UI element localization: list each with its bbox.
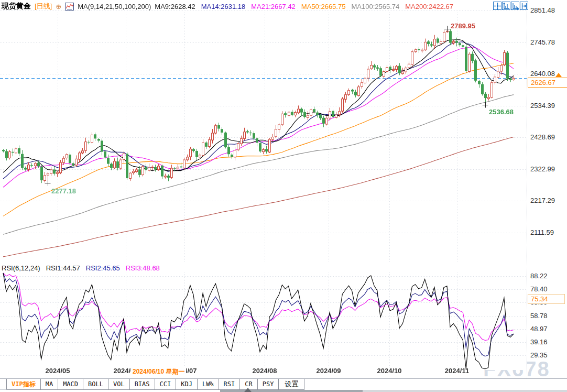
indicator-tab-bias[interactable]: BIAS <box>130 379 155 390</box>
rsi-header: RSI(6,12,24) RSI1:44.57RSI2:45.65RSI3:48… <box>2 264 166 272</box>
crosshair-icon[interactable] <box>493 2 501 10</box>
low-price-label-nov: 2536.68 <box>489 108 514 116</box>
rsi-axis-label: 78.40 <box>530 285 548 293</box>
rsi-value-label: RSI2:45.65 <box>86 264 120 272</box>
indicator-tab-cci[interactable]: CCI <box>155 379 177 390</box>
indicator-tab-kdj[interactable]: KDJ <box>176 379 198 390</box>
rsi-axis-label: 58.78 <box>530 312 548 320</box>
toolbar-lead-cell <box>0 379 7 390</box>
price-axis-label: 2111.59 <box>530 228 554 236</box>
rsi-axis-label: 39.16 <box>530 338 548 346</box>
indicator-tab-macd[interactable]: MACD <box>58 379 83 390</box>
date-axis-label: 2024/10 <box>377 367 402 375</box>
price-axis-label: 2640.08 <box>530 70 555 78</box>
axis-zoom-out-icon[interactable] <box>511 2 519 10</box>
price-axis-label: 2428.69 <box>530 133 555 141</box>
rsi-axis-label: 48.97 <box>530 325 548 333</box>
price-axis-label: 2217.29 <box>530 197 555 204</box>
last-price-badge: 2626.67 <box>528 78 567 88</box>
rsi-values: RSI1:44.57RSI2:45.65RSI3:48.68 <box>46 264 166 272</box>
low-price-label-may: 2277.18 <box>51 187 76 195</box>
symbol-name: 现货黄金 <box>2 2 31 11</box>
indicator-tab-lw[interactable]: LW% <box>198 379 219 390</box>
scrollbar-thumb[interactable] <box>220 390 363 392</box>
ma-value-label: MA9:2628.42 <box>155 3 195 10</box>
rsi-value-label: RSI1:44.57 <box>46 264 80 272</box>
chart-header: 现货黄金 [日线] ⊕ MA(9,14,21,50,100,200) MA9:2… <box>2 1 459 12</box>
rsi-crosshair-badge: 75.34 <box>528 294 565 304</box>
date-axis-label: 2024/09 <box>317 367 341 375</box>
collapse-icon[interactable]: ⊕ <box>56 3 61 10</box>
ma-value-label: MA14:2631.18 <box>201 3 246 10</box>
chart-controls <box>493 2 528 10</box>
date-axis-label: 2024/08 <box>253 367 277 375</box>
date-axis-label: 2024/11 <box>445 367 469 375</box>
scrollbar-arrow-icon <box>244 388 252 392</box>
crosshair-date-tooltip: 2024/06/10 星期一 <box>131 367 186 377</box>
rsi-axis-label: 29.35 <box>530 351 548 359</box>
ma-value-label: MA50:2665.75 <box>301 3 346 10</box>
rsi-value-label: RSI3:48.68 <box>126 264 160 272</box>
axis-divider <box>527 0 527 378</box>
price-axis-label: 2745.78 <box>530 38 555 46</box>
rsi-settings-label: RSI(6,12,24) <box>2 264 40 272</box>
axis-zoom-in-icon[interactable] <box>502 2 510 10</box>
scrollbar[interactable] <box>220 390 567 392</box>
pan-right-icon[interactable] <box>520 2 528 10</box>
ma-value-label: MA21:2667.42 <box>251 3 296 10</box>
indicator-tab-settings[interactable]: 设置 <box>279 379 304 390</box>
indicator-tab-vip[interactable]: VIP指标 <box>7 379 41 390</box>
main-price-chart[interactable] <box>0 0 527 264</box>
indicator-tab-ma[interactable]: MA <box>41 379 58 390</box>
indicator-tab-psy[interactable]: PSY <box>258 379 279 390</box>
indicator-tab-vol[interactable]: VOL <box>108 379 130 390</box>
indicator-tab-boll[interactable]: BOLL <box>83 379 108 390</box>
rsi-axis-label: 88.22 <box>530 272 548 280</box>
indicator-tab-rsi[interactable]: RSI <box>219 379 241 390</box>
period-label: [日线] <box>35 2 52 11</box>
price-up-arrow-icon <box>555 73 562 77</box>
ma-value-label: MA200:2422.67 <box>405 3 453 10</box>
indicator-toolbar: VIP指标MAMACDBOLLVOLBIASCCIKDJLW%RSICRPSY设… <box>0 378 567 390</box>
rsi-indicator-chart[interactable] <box>0 273 527 370</box>
ma-settings-label: MA(9,14,21,50,100,200) <box>78 3 151 10</box>
ma-value-label: MA100:2565.74 <box>351 3 399 10</box>
chart-type-icon[interactable] <box>65 3 74 10</box>
price-axis-label: 2322.99 <box>530 165 555 173</box>
date-axis-label: 2024/05 <box>46 367 70 375</box>
ma-values: MA9:2628.42MA14:2631.18MA21:2667.42MA50:… <box>155 3 459 10</box>
high-price-label: 2789.95 <box>451 22 475 30</box>
price-axis-label: 2534.39 <box>530 102 555 110</box>
price-axis-label: 2851.48 <box>530 6 555 14</box>
